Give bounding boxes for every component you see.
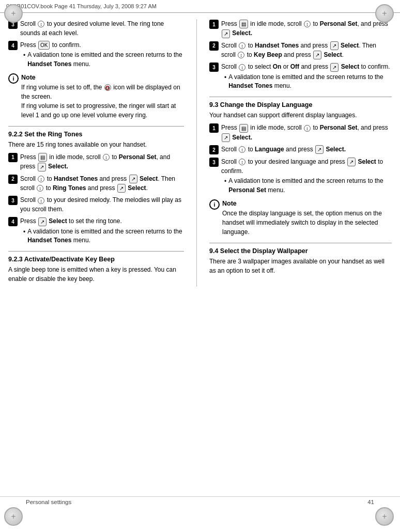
step-text: Scroll ↕ to your desired melody. The mel… [20, 195, 184, 214]
volume-off-icon: 🔇 [104, 84, 111, 91]
step-number: 4 [8, 41, 18, 50]
section-923-heading: 9.2.3 Activate/Deactivate Key Beep [8, 256, 184, 263]
section-94-heading: 9.4 Select the Display Wallpaper [209, 247, 392, 255]
bullet-dot: • [224, 73, 226, 91]
scroll-icon: ↕ [238, 52, 244, 58]
bullet-dot: • [23, 51, 25, 69]
step-923-1: 1 Press ▤ in idle mode, scroll ↕ to Pers… [209, 19, 392, 38]
select-button-icon: ↗ [38, 163, 46, 171]
section-94: 9.4 Select the Display Wallpaper There a… [209, 247, 392, 275]
step-number: 2 [8, 175, 18, 184]
scroll-icon: ↕ [304, 125, 311, 132]
header-bar: 01GB01COV.book Page 41 Thursday, July 3,… [0, 0, 400, 13]
step-text: Scroll ↕ to Handset Tones and press ↗ Se… [221, 41, 392, 60]
bullet-text: A validation tone is emitted and the scr… [27, 51, 184, 69]
step-item-4-continued: 4 Press OK to confirm. • A validation to… [8, 40, 184, 69]
step-text: Scroll ↕ to your desired volume level. T… [20, 19, 184, 38]
ok-button-icon: OK [38, 41, 50, 50]
select-button-icon: ↗ [222, 29, 230, 38]
step-93-1: 1 Press ▤ in idle mode, scroll ↕ to Pers… [209, 123, 392, 142]
step-number: 1 [209, 123, 219, 133]
main-content: 3 Scroll ↕ to your desired volume level.… [0, 15, 400, 291]
step-93-2: 2 Scroll ↕ to Language and press ↗ Selec… [209, 145, 392, 154]
step-number: 1 [8, 153, 18, 162]
note-text: Once the display language is set, the op… [222, 209, 392, 237]
note-box-volume: i Note If ring volume is set to off, the… [8, 73, 184, 120]
step-text: Press ▤ in idle mode, scroll ↕ to Person… [221, 123, 392, 142]
section-93: 9.3 Change the Display Language Your han… [209, 101, 392, 237]
corner-decoration-tl [4, 4, 25, 25]
note-text: If ring volume is set to off, the 🔇 icon… [21, 83, 184, 120]
corner-decoration-br [375, 507, 396, 528]
select-button-icon: ↗ [222, 133, 230, 142]
scroll-icon: ↕ [38, 21, 44, 27]
select-button-icon: ↗ [129, 175, 137, 183]
bullet-item: • A validation tone is emitted and the s… [20, 51, 184, 69]
left-column: 3 Scroll ↕ to your desired volume level.… [8, 19, 184, 287]
scroll-icon: ↕ [304, 21, 311, 27]
corner-decoration-tr [375, 4, 396, 25]
section-divider-2 [8, 251, 184, 252]
footer: Personal settings 41 [0, 496, 400, 505]
step-item-3-continued: 3 Scroll ↕ to your desired volume level.… [8, 19, 184, 38]
note-icon: i [8, 73, 19, 84]
bullet-item: • A validation tone is emitted and the s… [221, 177, 392, 195]
section-93-body: Your handset can support different displ… [209, 111, 392, 120]
step-text: Scroll ↕ to your desired language and pr… [221, 157, 392, 195]
header-text: 01GB01COV.book Page 41 Thursday, July 3,… [6, 3, 157, 9]
section-94-body: There are 3 wallpaper images available o… [209, 257, 392, 275]
bullet-dot: • [224, 177, 226, 195]
corner-decoration-bl [4, 507, 25, 528]
scroll-icon: ↕ [38, 176, 44, 182]
step-number: 2 [209, 145, 219, 154]
step-922-3: 3 Scroll ↕ to your desired melody. The m… [8, 195, 184, 214]
menu-button-icon: ▤ [38, 153, 47, 162]
section-923-body: A single beep tone is emitted when a key… [8, 265, 184, 284]
step-923-3: 3 Scroll ↕ to select On or Off and press… [209, 62, 392, 90]
scroll-icon: ↕ [103, 154, 110, 161]
scroll-icon: ↕ [239, 42, 245, 49]
section-922-body: There are 15 ring tones available on you… [8, 140, 184, 149]
select-button-icon: ↗ [330, 63, 339, 72]
right-column: 1 Press ▤ in idle mode, scroll ↕ to Pers… [209, 19, 392, 287]
bullet-text: A validation tone is emitted and the scr… [228, 177, 392, 195]
step-922-4: 4 Press ↗ Select to set the ring tone. •… [8, 216, 184, 245]
footer-right: 41 [367, 499, 374, 505]
step-text: Press ↗ Select to set the ring tone. • A… [20, 216, 184, 245]
select-button-icon: ↗ [330, 41, 339, 50]
step-text: Scroll ↕ to Handset Tones and press ↗ Se… [20, 174, 184, 193]
step-number: 2 [209, 41, 219, 51]
step-text: Press OK to confirm. • A validation tone… [20, 40, 184, 69]
select-button-icon: ↗ [347, 158, 356, 166]
bullet-text: A validation tone is emitted and the scr… [27, 227, 184, 245]
step-923-2: 2 Scroll ↕ to Handset Tones and press ↗ … [209, 41, 392, 60]
note-content: Note Once the display language is set, t… [222, 199, 392, 237]
section-93-heading: 9.3 Change the Display Language [209, 101, 392, 108]
section-923-steps: 1 Press ▤ in idle mode, scroll ↕ to Pers… [209, 19, 392, 90]
bullet-dot: • [23, 227, 25, 245]
section-923-right: 1 Press ▤ in idle mode, scroll ↕ to Pers… [209, 19, 392, 90]
step-922-1: 1 Press ▤ in idle mode, scroll ↕ to Pers… [8, 152, 184, 171]
step-922-2: 2 Scroll ↕ to Handset Tones and press ↗ … [8, 174, 184, 193]
step-text: Press ▤ in idle mode, scroll ↕ to Person… [20, 152, 184, 171]
bullet-item: • A validation tone is emitted and the s… [20, 227, 184, 245]
footer-left: Personal settings [26, 499, 71, 505]
bullet-item: • A validation tone is emitted and the s… [221, 73, 392, 91]
scroll-icon: ↕ [239, 146, 245, 153]
scroll-icon: ↕ [37, 185, 43, 192]
section-922-heading: 9.2.2 Set the Ring Tones [8, 131, 184, 138]
step-number: 3 [209, 62, 219, 72]
continued-steps-list: 3 Scroll ↕ to your desired volume level.… [8, 19, 184, 69]
menu-button-icon: ▤ [239, 124, 248, 133]
bullet-text: A validation tone is emitted and the scr… [228, 73, 392, 91]
section-divider-1 [8, 126, 184, 127]
section-divider-3 [209, 97, 392, 97]
select-button-icon: ↗ [117, 184, 126, 193]
note-label: Note [21, 73, 184, 83]
select-button-icon: ↗ [38, 217, 47, 226]
step-93-3: 3 Scroll ↕ to your desired language and … [209, 157, 392, 195]
note-content: Note If ring volume is set to off, the 🔇… [21, 73, 184, 120]
scroll-icon: ↕ [239, 64, 245, 71]
step-text: Press ▤ in idle mode, scroll ↕ to Person… [221, 19, 392, 38]
step-number: 4 [8, 217, 18, 226]
